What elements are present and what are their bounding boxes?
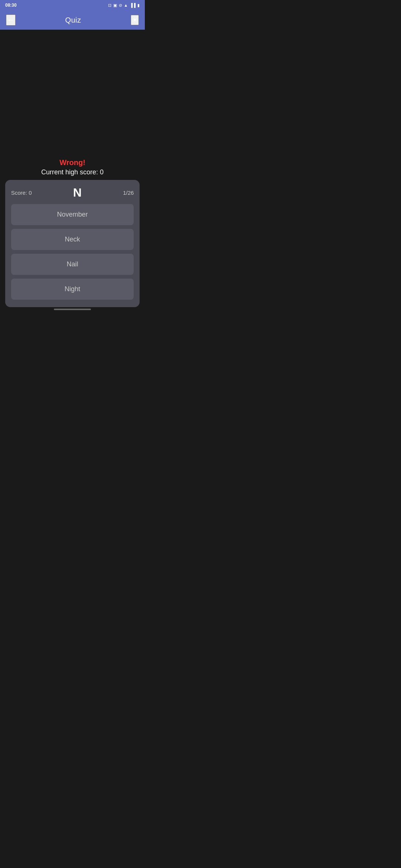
status-bar: 08:30 ⊡ ▣ ⊘ ▲ ▐▐ ▮ [0, 0, 145, 10]
status-icons: ⊡ ▣ ⊘ ▲ ▐▐ ▮ [108, 3, 140, 8]
bottom-nav-indicator [54, 309, 91, 310]
answer-button-4[interactable]: Night [11, 279, 134, 300]
mute-icon: ⊘ [119, 3, 122, 8]
score-label: Score: 0 [11, 190, 32, 196]
answer-button-3[interactable]: Nail [11, 254, 134, 275]
status-time: 08:30 [5, 3, 17, 8]
wrong-label: Wrong! [7, 158, 137, 167]
brightness-button[interactable]: ☀ [131, 15, 139, 25]
quiz-card-header: Score: 0 N 1/26 [11, 186, 134, 200]
high-score-label: Current high score: 0 [7, 168, 137, 176]
sim-icon: ⊡ [108, 3, 111, 8]
back-button[interactable]: ← [6, 14, 16, 26]
page-title: Quiz [65, 16, 81, 24]
signal-icon: ▐▐ [130, 3, 136, 7]
answer-button-2[interactable]: Neck [11, 229, 134, 250]
battery-icon: ▮ [137, 3, 140, 8]
app-bar: ← Quiz ☀ [0, 10, 145, 30]
letter-display: N [73, 186, 82, 200]
main-content: Wrong! Current high score: 0 Score: 0 N … [0, 30, 145, 313]
feedback-area: Wrong! Current high score: 0 [0, 158, 145, 176]
wifi-icon: ▲ [124, 3, 128, 7]
answer-button-1[interactable]: November [11, 204, 134, 225]
quiz-card: Score: 0 N 1/26 November Neck Nail Night [5, 180, 140, 307]
progress-label: 1/26 [123, 190, 134, 196]
clipboard-icon: ▣ [113, 3, 117, 8]
